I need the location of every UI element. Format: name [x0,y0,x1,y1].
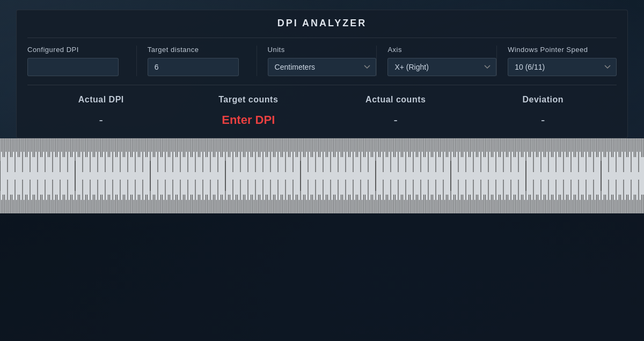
units-group: Units Centimeters Inches [257,46,377,76]
main-container: DPI ANALYZER Configured DPI Target dista… [0,0,644,341]
target-distance-label: Target distance [148,46,257,54]
configured-dpi-group: Configured DPI [27,46,136,76]
target-distance-group: Target distance [136,46,257,76]
pointer-speed-label: Windows Pointer Speed [508,46,617,54]
pointer-speed-select[interactable]: 1 (1/11) 2 (2/11) 3 (3/11) 4 (4/11) 5 (5… [508,58,617,76]
axis-label: Axis [387,46,496,54]
deviation-value: - [541,113,545,127]
pointer-speed-select-wrapper: 1 (1/11) 2 (2/11) 3 (3/11) 4 (4/11) 5 (5… [508,58,617,76]
bottom-area [0,213,644,341]
configured-dpi-label: Configured DPI [27,46,136,54]
controls-row: Configured DPI Target distance Units Cen… [27,38,617,85]
target-distance-input[interactable] [148,58,239,76]
actual-counts-group: Actual counts - [322,95,470,127]
units-select[interactable]: Centimeters Inches [268,58,377,76]
actual-dpi-label: Actual DPI [78,95,124,105]
actual-counts-value: - [394,113,398,127]
ruler-section[interactable] [0,138,644,213]
actual-dpi-value: - [99,113,103,127]
units-select-wrapper: Centimeters Inches [268,58,377,76]
panel-title: DPI ANALYZER [27,10,617,38]
deviation-group: Deviation - [470,95,617,127]
ruler-canvas [0,138,644,213]
results-row: Actual DPI - Target counts Enter DPI Act… [27,85,617,127]
top-panel: DPI ANALYZER Configured DPI Target dista… [16,10,628,138]
pointer-speed-group: Windows Pointer Speed 1 (1/11) 2 (2/11) … [496,46,617,76]
configured-dpi-input[interactable] [27,58,119,76]
axis-group: Axis X+ (Right) X- (Left) Y+ (Down) Y- (… [376,46,496,76]
actual-counts-label: Actual counts [365,95,426,105]
axis-select[interactable]: X+ (Right) X- (Left) Y+ (Down) Y- (Up) [387,58,496,76]
target-counts-group: Target counts Enter DPI [175,95,323,127]
target-counts-value: Enter DPI [222,113,275,127]
axis-select-wrapper: X+ (Right) X- (Left) Y+ (Down) Y- (Up) [387,58,496,76]
units-label: Units [268,46,377,54]
actual-dpi-group: Actual DPI - [27,95,175,127]
target-counts-label: Target counts [218,95,278,105]
deviation-label: Deviation [522,95,564,105]
